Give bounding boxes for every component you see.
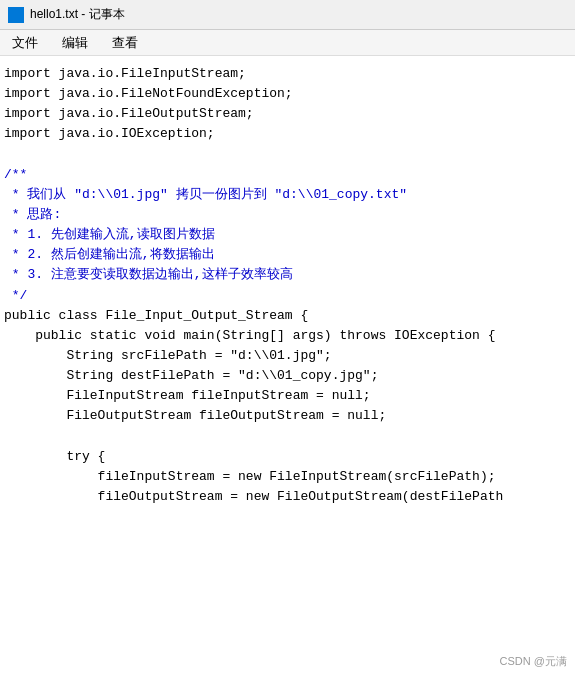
- code-line: import java.io.FileNotFoundException;: [4, 84, 575, 104]
- code-line: import java.io.FileInputStream;: [4, 64, 575, 84]
- code-line: String srcFilePath = "d:\\01.jpg";: [4, 346, 575, 366]
- code-line: public static void main(String[] args) t…: [4, 326, 575, 346]
- code-line: * 1. 先创建输入流,读取图片数据: [4, 225, 575, 245]
- code-line: /**: [4, 165, 575, 185]
- code-line: * 我们从 "d:\\01.jpg" 拷贝一份图片到 "d:\\01_copy.…: [4, 185, 575, 205]
- menu-bar: 文件 编辑 查看: [0, 30, 575, 56]
- code-line: */: [4, 286, 575, 306]
- menu-edit[interactable]: 编辑: [50, 32, 100, 54]
- code-area: import java.io.FileInputStream;import ja…: [0, 56, 575, 675]
- menu-file[interactable]: 文件: [0, 32, 50, 54]
- watermark: CSDN @元满: [500, 654, 567, 669]
- code-line: fileOutputStream = new FileOutputStream(…: [4, 487, 575, 507]
- code-line: import java.io.FileOutputStream;: [4, 104, 575, 124]
- menu-view[interactable]: 查看: [100, 32, 150, 54]
- app-icon: [8, 7, 24, 23]
- title-bar: hello1.txt - 记事本: [0, 0, 575, 30]
- code-line: fileInputStream = new FileInputStream(sr…: [4, 467, 575, 487]
- code-line: [4, 145, 575, 165]
- code-line: FileInputStream fileInputStream = null;: [4, 386, 575, 406]
- code-line: import java.io.IOException;: [4, 124, 575, 144]
- code-line: [4, 427, 575, 447]
- code-line: public class File_Input_Output_Stream {: [4, 306, 575, 326]
- code-line: * 2. 然后创建输出流,将数据输出: [4, 245, 575, 265]
- code-line: * 3. 注意要变读取数据边输出,这样子效率较高: [4, 265, 575, 285]
- code-line: * 思路:: [4, 205, 575, 225]
- code-line: try {: [4, 447, 575, 467]
- title-bar-text: hello1.txt - 记事本: [30, 6, 125, 23]
- code-line: FileOutputStream fileOutputStream = null…: [4, 406, 575, 426]
- code-line: String destFilePath = "d:\\01_copy.jpg";: [4, 366, 575, 386]
